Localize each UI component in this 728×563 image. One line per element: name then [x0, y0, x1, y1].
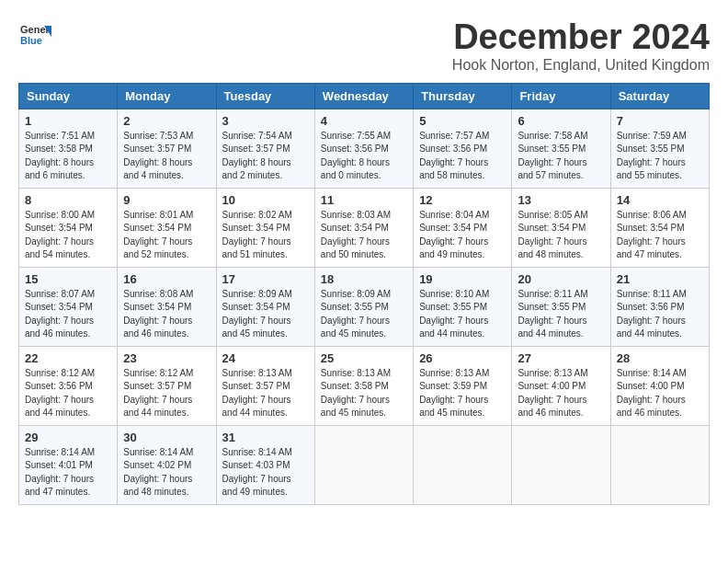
- calendar-cell: 4 Sunrise: 7:55 AMSunset: 3:56 PMDayligh…: [314, 109, 413, 188]
- day-info: Sunrise: 7:58 AMSunset: 3:55 PMDaylight:…: [518, 130, 604, 183]
- day-info: Sunrise: 8:11 AMSunset: 3:55 PMDaylight:…: [518, 288, 604, 341]
- col-tuesday: Tuesday: [216, 83, 314, 109]
- day-info: Sunrise: 8:07 AMSunset: 3:54 PMDaylight:…: [25, 288, 111, 341]
- calendar-week-4: 22 Sunrise: 8:12 AMSunset: 3:56 PMDaylig…: [19, 346, 710, 425]
- calendar-cell: 18 Sunrise: 8:09 AMSunset: 3:55 PMDaylig…: [314, 267, 413, 346]
- day-number: 23: [123, 351, 210, 365]
- day-info: Sunrise: 8:02 AMSunset: 3:54 PMDaylight:…: [222, 209, 309, 262]
- day-info: Sunrise: 8:01 AMSunset: 3:54 PMDaylight:…: [123, 209, 210, 262]
- calendar-cell: 5 Sunrise: 7:57 AMSunset: 3:56 PMDayligh…: [414, 109, 512, 188]
- day-info: Sunrise: 8:03 AMSunset: 3:54 PMDaylight:…: [321, 209, 407, 262]
- calendar-cell: 15 Sunrise: 8:07 AMSunset: 3:54 PMDaylig…: [19, 267, 118, 346]
- calendar-cell: 6 Sunrise: 7:58 AMSunset: 3:55 PMDayligh…: [512, 109, 610, 188]
- day-number: 11: [321, 193, 407, 207]
- day-number: 30: [123, 431, 210, 444]
- day-info: Sunrise: 8:14 AMSunset: 4:00 PMDaylight:…: [617, 367, 703, 420]
- day-number: 7: [617, 114, 703, 128]
- day-info: Sunrise: 8:14 AMSunset: 4:01 PMDaylight:…: [25, 446, 111, 500]
- day-info: Sunrise: 8:13 AMSunset: 4:00 PMDaylight:…: [518, 367, 604, 420]
- calendar-cell: [610, 425, 709, 504]
- calendar-cell: 31 Sunrise: 8:14 AMSunset: 4:03 PMDaylig…: [216, 425, 314, 504]
- calendar-cell: 29 Sunrise: 8:14 AMSunset: 4:01 PMDaylig…: [19, 425, 118, 504]
- day-number: 10: [222, 193, 309, 207]
- day-number: 9: [123, 193, 210, 207]
- day-info: Sunrise: 7:53 AMSunset: 3:57 PMDaylight:…: [123, 130, 210, 183]
- day-info: Sunrise: 8:13 AMSunset: 3:59 PMDaylight:…: [419, 367, 506, 420]
- day-number: 16: [123, 272, 210, 286]
- day-number: 17: [222, 272, 309, 286]
- calendar-cell: 17 Sunrise: 8:09 AMSunset: 3:54 PMDaylig…: [216, 267, 314, 346]
- calendar-title: December 2024: [452, 18, 710, 57]
- day-info: Sunrise: 7:51 AMSunset: 3:58 PMDaylight:…: [25, 130, 111, 183]
- day-info: Sunrise: 8:08 AMSunset: 3:54 PMDaylight:…: [123, 288, 210, 341]
- calendar-cell: 28 Sunrise: 8:14 AMSunset: 4:00 PMDaylig…: [610, 346, 709, 425]
- day-info: Sunrise: 8:13 AMSunset: 3:57 PMDaylight:…: [222, 367, 309, 420]
- day-number: 5: [419, 114, 506, 128]
- calendar-cell: 16 Sunrise: 8:08 AMSunset: 3:54 PMDaylig…: [118, 267, 216, 346]
- calendar-cell: 9 Sunrise: 8:01 AMSunset: 3:54 PMDayligh…: [118, 188, 216, 267]
- day-number: 1: [25, 114, 111, 128]
- day-info: Sunrise: 8:10 AMSunset: 3:55 PMDaylight:…: [419, 288, 506, 341]
- calendar-cell: 22 Sunrise: 8:12 AMSunset: 3:56 PMDaylig…: [19, 346, 118, 425]
- day-number: 6: [518, 114, 604, 128]
- svg-text:Blue: Blue: [20, 35, 42, 46]
- day-info: Sunrise: 8:09 AMSunset: 3:55 PMDaylight:…: [321, 288, 407, 341]
- day-number: 21: [617, 272, 703, 286]
- day-info: Sunrise: 7:54 AMSunset: 3:57 PMDaylight:…: [222, 130, 309, 183]
- col-friday: Friday: [512, 83, 610, 109]
- day-info: Sunrise: 8:14 AMSunset: 4:02 PMDaylight:…: [123, 446, 210, 500]
- page-header: General Blue December 2024 Hook Norton, …: [18, 18, 710, 74]
- calendar-cell: 14 Sunrise: 8:06 AMSunset: 3:54 PMDaylig…: [610, 188, 709, 267]
- calendar-cell: [414, 425, 512, 504]
- calendar-cell: 20 Sunrise: 8:11 AMSunset: 3:55 PMDaylig…: [512, 267, 610, 346]
- calendar-subtitle: Hook Norton, England, United Kingdom: [452, 57, 710, 74]
- calendar-cell: 3 Sunrise: 7:54 AMSunset: 3:57 PMDayligh…: [216, 109, 314, 188]
- day-info: Sunrise: 8:04 AMSunset: 3:54 PMDaylight:…: [419, 209, 506, 262]
- col-wednesday: Wednesday: [314, 83, 413, 109]
- calendar-cell: 1 Sunrise: 7:51 AMSunset: 3:58 PMDayligh…: [19, 109, 118, 188]
- col-saturday: Saturday: [610, 83, 709, 109]
- day-info: Sunrise: 7:55 AMSunset: 3:56 PMDaylight:…: [321, 130, 407, 183]
- calendar-cell: 23 Sunrise: 8:12 AMSunset: 3:57 PMDaylig…: [118, 346, 216, 425]
- calendar-week-5: 29 Sunrise: 8:14 AMSunset: 4:01 PMDaylig…: [19, 425, 710, 504]
- calendar-body: 1 Sunrise: 7:51 AMSunset: 3:58 PMDayligh…: [19, 109, 710, 504]
- calendar-week-2: 8 Sunrise: 8:00 AMSunset: 3:54 PMDayligh…: [19, 188, 710, 267]
- calendar-cell: 24 Sunrise: 8:13 AMSunset: 3:57 PMDaylig…: [216, 346, 314, 425]
- calendar-cell: 30 Sunrise: 8:14 AMSunset: 4:02 PMDaylig…: [118, 425, 216, 504]
- day-info: Sunrise: 7:57 AMSunset: 3:56 PMDaylight:…: [419, 130, 506, 183]
- calendar-cell: 21 Sunrise: 8:11 AMSunset: 3:56 PMDaylig…: [610, 267, 709, 346]
- day-number: 27: [518, 351, 604, 365]
- day-info: Sunrise: 8:06 AMSunset: 3:54 PMDaylight:…: [617, 209, 703, 262]
- calendar-cell: 19 Sunrise: 8:10 AMSunset: 3:55 PMDaylig…: [414, 267, 512, 346]
- calendar-header: Sunday Monday Tuesday Wednesday Thursday…: [19, 83, 710, 109]
- header-row: Sunday Monday Tuesday Wednesday Thursday…: [19, 83, 710, 109]
- day-number: 26: [419, 351, 506, 365]
- day-number: 13: [518, 193, 604, 207]
- day-info: Sunrise: 8:12 AMSunset: 3:57 PMDaylight:…: [123, 367, 210, 420]
- calendar-cell: 8 Sunrise: 8:00 AMSunset: 3:54 PMDayligh…: [19, 188, 118, 267]
- day-number: 8: [25, 193, 111, 207]
- day-number: 22: [25, 351, 111, 365]
- calendar-cell: 25 Sunrise: 8:13 AMSunset: 3:58 PMDaylig…: [314, 346, 413, 425]
- calendar-cell: [314, 425, 413, 504]
- day-number: 2: [123, 114, 210, 128]
- day-number: 20: [518, 272, 604, 286]
- col-thursday: Thursday: [414, 83, 512, 109]
- day-number: 12: [419, 193, 506, 207]
- day-number: 31: [222, 431, 309, 444]
- calendar-week-3: 15 Sunrise: 8:07 AMSunset: 3:54 PMDaylig…: [19, 267, 710, 346]
- day-info: Sunrise: 8:09 AMSunset: 3:54 PMDaylight:…: [222, 288, 309, 341]
- calendar-cell: 10 Sunrise: 8:02 AMSunset: 3:54 PMDaylig…: [216, 188, 314, 267]
- day-number: 15: [25, 272, 111, 286]
- calendar-cell: 26 Sunrise: 8:13 AMSunset: 3:59 PMDaylig…: [414, 346, 512, 425]
- calendar-cell: 11 Sunrise: 8:03 AMSunset: 3:54 PMDaylig…: [314, 188, 413, 267]
- calendar-cell: 2 Sunrise: 7:53 AMSunset: 3:57 PMDayligh…: [118, 109, 216, 188]
- day-number: 18: [321, 272, 407, 286]
- calendar-table: Sunday Monday Tuesday Wednesday Thursday…: [18, 83, 710, 505]
- calendar-cell: [512, 425, 610, 504]
- col-sunday: Sunday: [19, 83, 118, 109]
- day-number: 14: [617, 193, 703, 207]
- calendar-cell: 12 Sunrise: 8:04 AMSunset: 3:54 PMDaylig…: [414, 188, 512, 267]
- day-number: 24: [222, 351, 309, 365]
- day-number: 25: [321, 351, 407, 365]
